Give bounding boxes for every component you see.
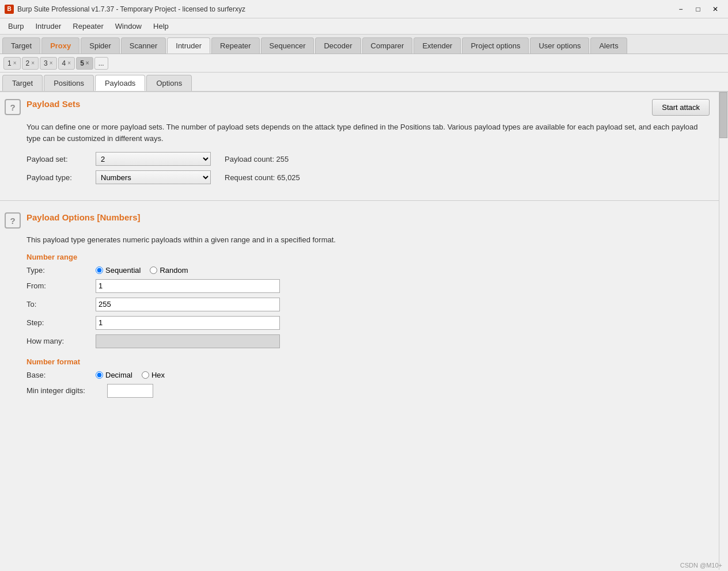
section-divider — [0, 200, 719, 201]
from-row: From: — [26, 279, 710, 293]
subtab-target[interactable]: Target — [2, 75, 43, 91]
step-label: Step: — [26, 318, 96, 327]
tab-spider[interactable]: Spider — [81, 37, 120, 54]
number-format-label: Number format — [26, 357, 710, 366]
payload-count-info: Payload count: 255 — [225, 155, 289, 163]
tab-intruder[interactable]: Intruder — [167, 37, 210, 54]
tab-sequencer[interactable]: Sequencer — [261, 37, 314, 54]
payload-type-row: Payload type: Numbers Simple list Runtim… — [26, 170, 710, 184]
sequential-radio[interactable] — [96, 267, 103, 274]
app-icon: B — [5, 5, 14, 14]
menu-intruder[interactable]: Intruder — [29, 20, 67, 33]
payload-type-select[interactable]: Numbers Simple list Runtime file Custom … — [96, 170, 211, 184]
content-wrapper: ? Payload Sets Start attack You can defi… — [0, 92, 728, 570]
how-many-row: How many: — [26, 334, 710, 348]
tab-proxy[interactable]: Proxy — [41, 37, 79, 54]
num-tab-1[interactable]: 1 × — [3, 57, 21, 70]
to-input[interactable] — [96, 298, 280, 311]
tab-extender[interactable]: Extender — [414, 37, 461, 54]
from-input[interactable] — [96, 279, 280, 293]
tab-scanner[interactable]: Scanner — [121, 37, 166, 54]
title-bar-text: Burp Suite Professional v1.7.37 - Tempor… — [17, 5, 245, 13]
tab-user-options[interactable]: User options — [530, 37, 589, 54]
how-many-input[interactable] — [96, 334, 280, 348]
payload-sets-title: Payload Sets — [26, 99, 80, 109]
min-integer-digits-input[interactable] — [107, 384, 153, 398]
watermark: CSDN @M10+ — [680, 562, 722, 569]
num-tab-5[interactable]: 5 × — [76, 57, 93, 70]
hex-label: Hex — [151, 371, 165, 379]
from-label: From: — [26, 281, 96, 290]
subtab-payloads[interactable]: Payloads — [95, 75, 145, 91]
step-row: Step: — [26, 316, 710, 330]
to-label: To: — [26, 300, 96, 309]
tab-decoder[interactable]: Decoder — [315, 37, 361, 54]
number-range-label: Number range — [26, 253, 710, 261]
scrollbar-thumb[interactable] — [719, 92, 727, 138]
random-radio-label[interactable]: Random — [150, 266, 188, 275]
type-row: Type: Sequential Random — [26, 266, 710, 275]
main-tab-bar: Target Proxy Spider Scanner Intruder Rep… — [0, 35, 728, 54]
title-bar: B Burp Suite Professional v1.7.37 - Temp… — [0, 0, 728, 18]
decimal-radio[interactable] — [96, 371, 103, 379]
decimal-label: Decimal — [105, 371, 132, 379]
base-row: Base: Decimal Hex — [26, 371, 710, 379]
payload-options-description: This payload type generates numeric payl… — [26, 234, 710, 246]
tab-project-options[interactable]: Project options — [462, 37, 529, 54]
num-tab-4[interactable]: 4 × — [58, 57, 75, 70]
main-content: ? Payload Sets Start attack You can defi… — [0, 92, 719, 570]
tab-comparer[interactable]: Comparer — [362, 37, 413, 54]
payload-sets-section: ? Payload Sets Start attack You can defi… — [0, 92, 719, 196]
num-tab-2[interactable]: 2 × — [22, 57, 39, 70]
to-row: To: — [26, 298, 710, 311]
tab-repeater[interactable]: Repeater — [211, 37, 259, 54]
subtab-options[interactable]: Options — [146, 75, 192, 91]
payload-options-help-icon[interactable]: ? — [5, 212, 21, 229]
scrollbar-track[interactable] — [719, 92, 728, 570]
hex-radio[interactable] — [142, 371, 149, 379]
min-integer-digits-row: Min integer digits: — [26, 384, 710, 398]
random-label: Random — [160, 266, 188, 275]
min-integer-digits-label: Min integer digits: — [26, 386, 107, 395]
number-tab-bar: 1 × 2 × 3 × 4 × 5 × ... — [0, 54, 728, 73]
maximize-button[interactable]: □ — [690, 3, 706, 16]
random-radio[interactable] — [150, 267, 157, 274]
hex-radio-label[interactable]: Hex — [142, 371, 165, 379]
menu-bar: Burp Intruder Repeater Window Help — [0, 18, 728, 35]
request-count-info: Request count: 65,025 — [225, 173, 300, 182]
title-bar-controls: − □ ✕ — [673, 3, 723, 16]
menu-help[interactable]: Help — [147, 20, 175, 33]
payload-options-title: Payload Options [Numbers] — [26, 212, 141, 222]
base-label: Base: — [26, 371, 96, 379]
payload-set-row: Payload set: 2 1 Payload count: 255 — [26, 152, 710, 166]
close-tab-4-icon[interactable]: × — [67, 60, 71, 66]
close-tab-5-icon[interactable]: × — [86, 60, 89, 66]
title-bar-left: B Burp Suite Professional v1.7.37 - Temp… — [5, 5, 245, 14]
sub-tab-bar: Target Positions Payloads Options — [0, 73, 728, 92]
menu-repeater[interactable]: Repeater — [67, 20, 109, 33]
menu-burp[interactable]: Burp — [2, 20, 29, 33]
close-button[interactable]: ✕ — [707, 3, 723, 16]
num-tab-3[interactable]: 3 × — [40, 57, 57, 70]
sequential-radio-label[interactable]: Sequential — [96, 266, 141, 275]
tab-alerts[interactable]: Alerts — [590, 37, 627, 54]
payload-set-select[interactable]: 2 1 — [96, 152, 211, 166]
close-tab-3-icon[interactable]: × — [50, 60, 53, 66]
close-tab-1-icon[interactable]: × — [13, 60, 17, 66]
tab-target[interactable]: Target — [2, 37, 40, 54]
payload-options-header: ? Payload Options [Numbers] — [5, 212, 710, 229]
subtab-positions[interactable]: Positions — [44, 75, 94, 91]
payload-options-section: ? Payload Options [Numbers] This payload… — [0, 205, 719, 409]
sequential-label: Sequential — [105, 266, 141, 275]
payload-sets-help-icon[interactable]: ? — [5, 99, 21, 115]
payload-sets-description: You can define one or more payload sets.… — [26, 121, 710, 144]
payload-set-label: Payload set: — [26, 155, 96, 163]
step-input[interactable] — [96, 316, 280, 330]
close-tab-2-icon[interactable]: × — [31, 60, 35, 66]
minimize-button[interactable]: − — [673, 3, 689, 16]
num-tab-dots[interactable]: ... — [94, 57, 108, 70]
start-attack-button[interactable]: Start attack — [652, 99, 710, 116]
menu-window[interactable]: Window — [109, 20, 147, 33]
decimal-radio-label[interactable]: Decimal — [96, 371, 132, 379]
base-radio-group: Decimal Hex — [96, 371, 165, 379]
